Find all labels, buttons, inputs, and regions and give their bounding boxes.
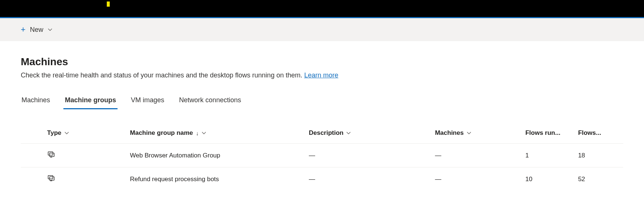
cell-machines: — xyxy=(435,167,525,191)
learn-more-link[interactable]: Learn more xyxy=(304,71,338,79)
col-name[interactable]: Machine group name ↓ xyxy=(130,124,309,144)
tab-list: Machines Machine groups VM images Networ… xyxy=(21,94,623,109)
main-content: Machines Check the real-time health and … xyxy=(0,41,644,191)
subtitle-text: Check the real-time health and status of… xyxy=(21,71,304,79)
col-name-label: Machine group name xyxy=(130,129,193,137)
chevron-down-icon xyxy=(346,131,351,135)
cell-flows-queued: 18 xyxy=(578,144,623,167)
window-titlebar xyxy=(0,0,644,17)
sort-down-icon: ↓ xyxy=(196,130,199,136)
page-title: Machines xyxy=(21,56,623,68)
new-button[interactable]: + New xyxy=(21,26,52,34)
cell-name[interactable]: Web Browser Automation Group xyxy=(130,144,309,167)
col-select xyxy=(21,124,47,144)
col-flows-running-label: Flows run... xyxy=(525,129,560,136)
cell-flows-running: 10 xyxy=(525,167,578,191)
new-button-label: New xyxy=(30,26,43,34)
col-description-label: Description xyxy=(309,129,344,137)
col-flows-queued[interactable]: Flows... xyxy=(578,124,623,144)
chevron-down-icon xyxy=(467,131,471,135)
tab-machine-groups[interactable]: Machine groups xyxy=(64,94,117,109)
machine-group-icon xyxy=(47,153,55,160)
tab-vm-images[interactable]: VM images xyxy=(130,94,165,109)
cell-machines: — xyxy=(435,144,525,167)
cell-name[interactable]: Refund request processing bots xyxy=(130,167,309,191)
tab-network-connections[interactable]: Network connections xyxy=(178,94,242,109)
col-machines-label: Machines xyxy=(435,129,463,137)
cell-description: — xyxy=(309,144,435,167)
svg-rect-3 xyxy=(50,177,55,180)
chevron-down-icon xyxy=(65,131,69,135)
tab-machines[interactable]: Machines xyxy=(21,94,51,109)
page-subtitle: Check the real-time health and status of… xyxy=(21,71,623,79)
plus-icon: + xyxy=(21,26,26,34)
col-flows-running[interactable]: Flows run... xyxy=(525,124,578,144)
svg-rect-1 xyxy=(50,153,55,156)
col-machines[interactable]: Machines xyxy=(435,124,525,144)
chevron-down-icon xyxy=(202,131,206,135)
col-type[interactable]: Type xyxy=(47,124,130,144)
table-row[interactable]: Refund request processing bots — — 10 52 xyxy=(21,167,623,191)
machine-groups-table: Type Machine group name ↓ Description xyxy=(21,124,623,191)
svg-rect-2 xyxy=(48,176,53,179)
svg-rect-0 xyxy=(48,152,53,155)
table-header-row: Type Machine group name ↓ Description xyxy=(21,124,623,144)
chevron-down-icon xyxy=(48,27,52,32)
cell-flows-running: 1 xyxy=(525,144,578,167)
table-row[interactable]: Web Browser Automation Group — — 1 18 xyxy=(21,144,623,167)
cell-flows-queued: 52 xyxy=(578,167,623,191)
col-flows-queued-label: Flows... xyxy=(578,129,601,136)
cell-description: — xyxy=(309,167,435,191)
command-bar: + New xyxy=(0,18,644,41)
machine-group-icon xyxy=(47,177,55,184)
col-description[interactable]: Description xyxy=(309,124,435,144)
col-type-label: Type xyxy=(47,129,61,137)
text-cursor xyxy=(107,1,110,7)
